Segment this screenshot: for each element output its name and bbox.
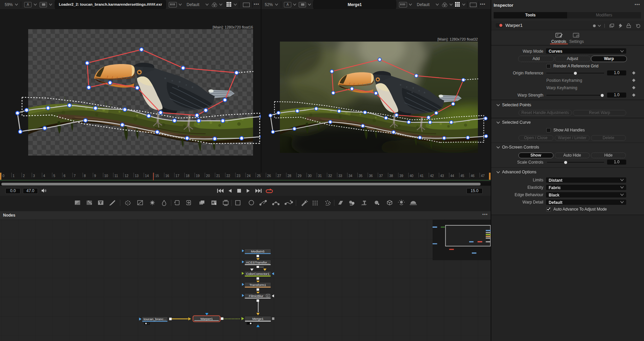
svg-text:43: 43 — [440, 174, 444, 178]
svg-text:37: 37 — [379, 174, 383, 178]
svg-text:25: 25 — [257, 174, 261, 178]
svg-text:38: 38 — [389, 174, 393, 178]
svg-text:24: 24 — [247, 174, 251, 178]
svg-text:27: 27 — [277, 174, 281, 178]
svg-text:23: 23 — [237, 174, 241, 178]
svg-text:40: 40 — [410, 174, 414, 178]
svg-text:6: 6 — [64, 174, 66, 178]
svg-text:12: 12 — [125, 174, 129, 178]
svg-text:MediaIn5: MediaIn5 — [251, 249, 265, 253]
svg-text:36: 36 — [369, 174, 373, 178]
svg-text:42: 42 — [430, 174, 434, 178]
svg-text:toucan_branc...: toucan_branc... — [144, 317, 166, 321]
svg-text:17: 17 — [176, 174, 180, 178]
svg-text:34: 34 — [349, 174, 353, 178]
svg-text:Merge1: Merge1 — [252, 317, 263, 321]
svg-text:22: 22 — [227, 174, 231, 178]
svg-text:2: 2 — [23, 174, 25, 178]
svg-text:44: 44 — [450, 174, 454, 178]
svg-text:8: 8 — [84, 174, 86, 178]
svg-text:14: 14 — [145, 174, 149, 178]
svg-text:46: 46 — [471, 174, 475, 178]
svg-text:7: 7 — [74, 174, 76, 178]
svg-text:Transform1: Transform1 — [249, 283, 266, 287]
svg-text:16: 16 — [165, 174, 169, 178]
svg-text:4: 4 — [43, 174, 45, 178]
svg-text:3: 3 — [33, 174, 35, 178]
svg-text:19: 19 — [196, 174, 200, 178]
svg-text:9: 9 — [94, 174, 96, 178]
svg-text:39: 39 — [399, 174, 403, 178]
svg-text:0: 0 — [3, 174, 5, 178]
svg-text:21: 21 — [216, 174, 220, 178]
svg-text:28: 28 — [288, 174, 292, 178]
svg-text:47: 47 — [481, 174, 485, 178]
svg-text:18: 18 — [186, 174, 190, 178]
svg-text:5: 5 — [53, 174, 55, 178]
svg-text:20: 20 — [206, 174, 210, 178]
svg-text:ACESTransfor...: ACESTransfor... — [246, 261, 269, 264]
svg-text:Warper1: Warper1 — [200, 317, 213, 321]
svg-text:10: 10 — [104, 174, 108, 178]
svg-text:45: 45 — [460, 174, 464, 178]
svg-text:29: 29 — [298, 174, 302, 178]
svg-text:13: 13 — [135, 174, 139, 178]
svg-text:26: 26 — [267, 174, 271, 178]
svg-text:11: 11 — [114, 174, 118, 178]
svg-text:33: 33 — [338, 174, 342, 178]
svg-text:1: 1 — [13, 174, 15, 178]
svg-text:15: 15 — [155, 174, 159, 178]
svg-text:35: 35 — [359, 174, 363, 178]
svg-text:ColorCorrector1: ColorCorrector1 — [246, 272, 269, 276]
svg-text:31: 31 — [318, 174, 322, 178]
svg-text:FilmicBlur: FilmicBlur — [249, 294, 264, 298]
svg-text:30: 30 — [308, 174, 312, 178]
svg-text:32: 32 — [328, 174, 332, 178]
svg-text:41: 41 — [420, 174, 424, 178]
